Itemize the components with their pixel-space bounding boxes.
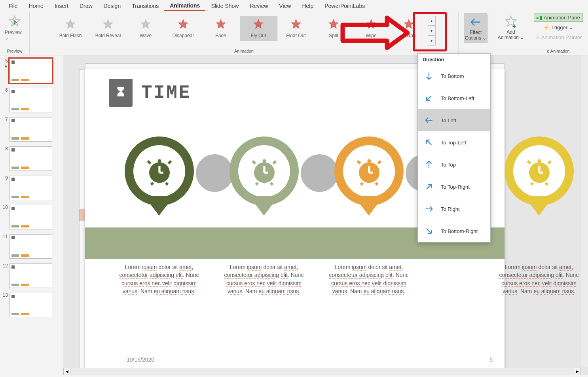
star-icon [328,19,340,30]
svg-point-7 [537,159,541,163]
thumbnail-slide[interactable] [9,146,52,171]
body-text-column[interactable]: Lorem ipsum dolor sit amet, consectetur … [497,263,580,295]
dropdown-header: Direction [418,54,490,65]
timeline-pin[interactable] [230,136,299,227]
direction-to-top-left[interactable]: To Top-Left [418,131,490,153]
menu-slideshow[interactable]: Slide Show [205,1,244,11]
menu-powerpointlabs[interactable]: PowerPointLabs [319,1,370,11]
menu-home[interactable]: Home [23,1,49,11]
menu-draw[interactable]: Draw [74,1,98,11]
slide-title-block[interactable]: TIME [109,79,191,107]
thumbnail-slide[interactable] [9,234,52,259]
thumbnail-number: 13 [2,293,8,317]
menu-view[interactable]: View [273,1,296,11]
preview-button[interactable]: Preview ⌄ [2,13,27,42]
direction-arrow-icon [423,181,434,192]
gallery-more-button[interactable]: ▾ [428,36,436,45]
timeline-pin[interactable] [505,136,574,227]
animation-fade[interactable]: Fade [202,16,240,41]
direction-arrow-icon [423,70,434,81]
clock-icon [249,156,280,187]
thumbnail-slide[interactable] [9,263,52,288]
thumbnail-number: 7 [2,117,8,142]
clock-icon [524,156,555,187]
animation-label: Float Out [286,33,305,38]
thumbnail-slide[interactable] [9,117,52,142]
trigger-button[interactable]: ⚡ Trigger ⌄ [541,23,576,32]
animation-bold-reveal[interactable]: Bold Reveal [89,16,127,41]
direction-to-bottom-left[interactable]: To Bottom-Left [418,87,490,109]
direction-arrow-icon [423,137,434,148]
animation-pane-button[interactable]: ▸▮ Animation Pane [534,13,583,22]
editor-scrollbar-horizontal[interactable]: ◀ ▶ [63,368,581,375]
ribbon: Preview ⌄ Preview Bold FlashBold RevealW… [0,12,588,55]
thumbnail-slide[interactable] [9,205,52,229]
direction-arrow-icon [423,115,434,126]
animation-wipe[interactable]: Wipe [353,16,390,41]
preview-label: Preview ⌄ [5,30,25,41]
add-animation-button[interactable]: Add Animation ⌄ [497,13,525,42]
advanced-animation-group: ▸▮ Animation Pane ⚡ Trigger ⌄ ☆ Animatio… [529,12,588,55]
animation-bold-flash[interactable]: Bold Flash [52,16,89,41]
editor-scrollbar-vertical[interactable] [581,55,588,367]
thumbnail-slide[interactable] [9,176,52,200]
animation-disappear[interactable]: Disappear [165,16,202,41]
scroll-left-button[interactable]: ◀ [63,368,70,375]
ruler-vertical [79,69,85,374]
thumbnail-slide[interactable] [9,293,52,317]
direction-to-right[interactable]: To Right [418,198,490,220]
thumbnail-slot: 12 [2,263,61,288]
star-icon [215,19,227,30]
thumbnail-slot: 9 [2,176,61,200]
direction-to-top-right[interactable]: To Top-Right [418,176,490,198]
scroll-right-button[interactable]: ▶ [574,368,581,375]
add-star-icon [504,15,518,28]
thumbnail-slide[interactable] [9,88,52,112]
effect-options-button[interactable]: Effect Options ⌄ [464,13,488,43]
effect-options-label2: Options ⌄ [465,35,487,41]
animation-painter-label: Animation Painter [541,34,582,40]
menu-help[interactable]: Help [296,1,319,11]
slide-editor: TIME Lorem ipsum dolor sit amet, consect… [63,55,588,375]
direction-to-bottom-right[interactable]: To Bottom-Right [418,220,490,242]
animation-shape[interactable]: Shape [390,16,428,41]
body-text-column[interactable]: Lorem ipsum dolor sit amet, consectetur … [118,263,201,295]
star-icon [102,19,114,30]
slide-date: 10/16/2020 [127,356,154,363]
thumbnail-slide[interactable] [9,59,52,83]
add-animation-label2: Animation ⌄ [498,35,524,40]
menu-file[interactable]: File [3,1,23,11]
title-badge [109,79,133,107]
animation-split[interactable]: Split [315,16,353,41]
menu-animations[interactable]: Animations [164,1,205,11]
menu-transitions[interactable]: Transitions [126,1,164,11]
animation-fly-out[interactable]: Fly Out [240,16,277,41]
slide-thumbnail-panel[interactable]: 5★ 6 7 8 9 10 11 [0,55,63,375]
animation-float-out[interactable]: Float Out [277,16,315,41]
animation-wave[interactable]: Wave [127,16,165,41]
menu-design[interactable]: Design [98,1,127,11]
slide-title-text: TIME [141,83,191,103]
effect-options-label1: Effect [470,30,482,35]
star-icon [177,19,189,30]
direction-to-left[interactable]: To Left [418,109,490,131]
timeline-pin[interactable] [125,136,194,227]
thumbnail-number: 9 [2,176,8,200]
direction-to-top[interactable]: To Top [418,153,490,176]
animation-painter-button[interactable]: ☆ Animation Painter [532,33,585,42]
body-text-column[interactable]: Lorem ipsum dolor sit amet, consectetur … [222,263,305,295]
thumbnail-slot: 10 [2,205,61,229]
menu-insert[interactable]: Insert [49,1,74,11]
body-text-column[interactable]: Lorem ipsum dolor sit amet, consectetur … [327,263,410,295]
timeline-pin[interactable] [334,136,404,227]
animation-label: Bold Reveal [95,33,121,38]
menu-review[interactable]: Review [244,1,273,11]
gallery-down-button[interactable]: ▾ [428,26,436,36]
arrow-left-icon [469,15,482,29]
direction-label: To Bottom-Right [441,228,478,234]
gallery-up-button[interactable]: ▴ [428,16,436,26]
star-icon [365,19,377,30]
pane-icon: ▸▮ [537,15,542,21]
thumbnail-number: 11 [2,234,8,259]
direction-to-bottom[interactable]: To Bottom [418,65,490,87]
